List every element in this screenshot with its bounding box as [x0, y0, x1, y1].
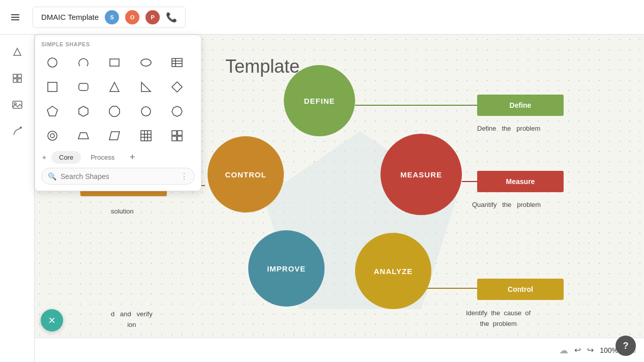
cloud-save-icon[interactable]: ☁: [559, 345, 568, 356]
document-title: DMAIC Template: [41, 13, 99, 21]
shape-octagon[interactable]: [103, 100, 126, 123]
analyze-circle[interactable]: ANALYZE: [355, 233, 431, 309]
shape-circle2[interactable]: [135, 100, 157, 123]
svg-rect-6: [18, 79, 21, 82]
svg-rect-4: [18, 74, 21, 78]
svg-marker-31: [109, 132, 120, 140]
bottom-bar: ☁ ↩ ↪ 100% ⌨: [35, 338, 644, 362]
define-circle[interactable]: DEFINE: [284, 65, 355, 136]
connector-analyze: [426, 288, 477, 289]
svg-point-9: [20, 127, 22, 129]
svg-point-11: [48, 58, 57, 67]
analyze-description: Identify the cause ofthe problem: [466, 308, 531, 329]
svg-rect-3: [13, 74, 17, 78]
analyze-label-box[interactable]: Control: [477, 279, 564, 300]
measure-circle[interactable]: MEASURE: [380, 134, 462, 215]
svg-marker-30: [78, 133, 89, 139]
sidebar-item-image[interactable]: [6, 94, 28, 116]
search-icon: 🔍: [48, 172, 56, 180]
measure-description: Quantify the problem: [472, 200, 541, 210]
fab-button[interactable]: ×: [41, 309, 63, 331]
measure-label-box[interactable]: Measure: [477, 171, 564, 192]
title-bar: DMAIC Template S O P 📞: [33, 7, 186, 28]
svg-point-29: [50, 134, 54, 138]
define-description: Define the problem: [477, 124, 540, 134]
shape-hexagon[interactable]: [72, 100, 95, 123]
shape-ellipse[interactable]: [135, 51, 157, 74]
define-label-box[interactable]: Define: [477, 95, 564, 116]
svg-point-26: [141, 107, 151, 116]
svg-rect-12: [110, 59, 119, 66]
shape-circle[interactable]: [41, 51, 64, 74]
svg-rect-5: [13, 79, 17, 82]
svg-marker-20: [110, 82, 119, 92]
shapes-panel: SIMPLE SHAPES: [35, 35, 201, 191]
avatar-p: P: [145, 10, 160, 24]
shape-rectangle[interactable]: [103, 51, 126, 74]
section-title: SIMPLE SHAPES: [41, 41, 195, 47]
shapes-grid: [41, 51, 195, 147]
svg-rect-19: [79, 83, 88, 90]
svg-rect-40: [178, 136, 182, 141]
control-verify-desc: d and verifyion: [111, 309, 153, 330]
shape-diamond[interactable]: [166, 76, 188, 98]
svg-rect-38: [178, 131, 182, 135]
svg-marker-25: [109, 106, 120, 116]
svg-point-28: [48, 131, 57, 140]
shape-grid[interactable]: [135, 125, 157, 147]
svg-marker-23: [47, 106, 57, 116]
diagram-subtitle: Template: [225, 56, 300, 77]
shape-parallelogram[interactable]: [103, 125, 126, 147]
svg-rect-37: [172, 131, 177, 135]
header: DMAIC Template S O P 📞: [0, 0, 644, 35]
search-bar: 🔍 ⋮: [41, 168, 195, 185]
svg-marker-24: [79, 106, 88, 116]
add-tab-button[interactable]: +: [126, 152, 138, 164]
fab-icon: ×: [48, 314, 55, 326]
control-solution-desc: solution: [111, 206, 134, 217]
svg-marker-22: [172, 82, 182, 92]
shape-arc[interactable]: [72, 51, 95, 74]
shape-table[interactable]: [166, 51, 188, 74]
sidebar-item-grid[interactable]: [6, 67, 28, 89]
shape-square[interactable]: [41, 76, 64, 98]
shape-extra[interactable]: [166, 125, 188, 147]
avatar-s: S: [105, 10, 119, 24]
shape-ring[interactable]: [41, 125, 64, 147]
shape-rounded-rect[interactable]: [72, 76, 95, 98]
improve-circle[interactable]: IMPROVE: [248, 230, 325, 307]
control-circle[interactable]: CONTROL: [208, 136, 284, 213]
svg-marker-21: [141, 82, 151, 92]
menu-button[interactable]: [6, 8, 24, 26]
svg-rect-18: [48, 82, 57, 92]
shape-triangle[interactable]: [103, 76, 126, 98]
shape-pentagon[interactable]: [41, 100, 64, 123]
shape-right-triangle[interactable]: [135, 76, 157, 98]
help-button[interactable]: ?: [616, 336, 636, 356]
svg-marker-27: [172, 106, 182, 116]
connector-measure: [462, 181, 477, 182]
svg-rect-39: [172, 136, 177, 141]
panel-tabs: ✦ Core Process +: [41, 151, 195, 164]
redo-button[interactable]: ↪: [587, 345, 594, 355]
shape-decagon[interactable]: [166, 100, 188, 123]
more-options-icon[interactable]: ⋮: [180, 171, 188, 181]
left-sidebar: [0, 35, 35, 362]
search-input[interactable]: [61, 172, 176, 180]
connector-define: [355, 105, 477, 106]
svg-point-13: [141, 59, 151, 66]
sidebar-item-draw[interactable]: [6, 120, 28, 142]
svg-rect-32: [141, 131, 151, 141]
phone-icon[interactable]: 📞: [166, 12, 177, 23]
tab-process[interactable]: Process: [83, 151, 122, 164]
undo-button[interactable]: ↩: [574, 345, 581, 355]
svg-rect-14: [172, 58, 182, 67]
shape-trapezoid[interactable]: [72, 125, 95, 147]
tab-core[interactable]: Core: [51, 151, 81, 164]
avatar-o: O: [125, 10, 139, 24]
tab-star-icon: ✦: [41, 154, 47, 162]
sidebar-item-shapes[interactable]: [6, 41, 28, 63]
